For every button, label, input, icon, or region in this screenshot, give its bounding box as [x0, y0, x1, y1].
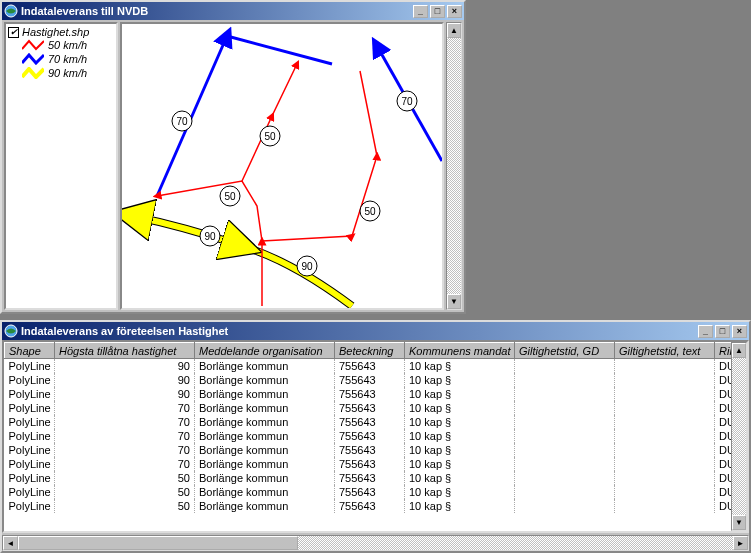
cell-shape: PolyLine — [5, 373, 55, 387]
speed-label: 50 — [360, 201, 380, 221]
cell-rikt: DUBBEL — [715, 443, 732, 457]
table-row[interactable]: PolyLine70Borlänge kommun75564310 kap §D… — [5, 443, 732, 457]
cell-gd — [515, 499, 615, 513]
cell-gt — [615, 373, 715, 387]
map-canvas[interactable]: 70 70 50 50 50 90 90 — [120, 22, 444, 310]
table-row[interactable]: PolyLine50Borlänge kommun75564310 kap §D… — [5, 471, 732, 485]
cell-speed: 50 — [55, 499, 195, 513]
table-row[interactable]: PolyLine90Borlänge kommun75564310 kap §D… — [5, 387, 732, 401]
legend-item-90[interactable]: 90 km/h — [8, 66, 114, 80]
maximize-button[interactable]: □ — [430, 5, 445, 18]
cell-speed: 90 — [55, 359, 195, 373]
speed-label: 70 — [172, 111, 192, 131]
cell-gt — [615, 499, 715, 513]
table-row[interactable]: PolyLine70Borlänge kommun75564310 kap §D… — [5, 415, 732, 429]
cell-rikt: DUBBEL — [715, 415, 732, 429]
cell-org: Borlänge kommun — [195, 471, 335, 485]
cell-gd — [515, 471, 615, 485]
cell-mandat: 10 kap § — [405, 359, 515, 373]
table-row[interactable]: PolyLine90Borlänge kommun75564310 kap §D… — [5, 373, 732, 387]
table-row[interactable]: PolyLine50Borlänge kommun75564310 kap §D… — [5, 485, 732, 499]
col-shape[interactable]: Shape — [5, 343, 55, 359]
scroll-up-button[interactable]: ▲ — [447, 23, 461, 38]
table-titlebar[interactable]: Indataleverans av företeelsen Hastighet … — [2, 322, 749, 340]
cell-rikt: DUBBEL — [715, 485, 732, 499]
cell-mandat: 10 kap § — [405, 485, 515, 499]
cell-org: Borlänge kommun — [195, 401, 335, 415]
cell-bet: 755643 — [335, 401, 405, 415]
legend-panel: ✔ Hastighet.shp 50 km/h 70 km/h 90 km/h — [4, 22, 118, 310]
cell-shape: PolyLine — [5, 471, 55, 485]
scroll-left-button[interactable]: ◄ — [3, 536, 18, 550]
svg-text:70: 70 — [401, 96, 413, 107]
scroll-down-button[interactable]: ▼ — [447, 294, 461, 309]
col-speed[interactable]: Högsta tillåtna hastighet — [55, 343, 195, 359]
cell-gd — [515, 443, 615, 457]
col-riktning[interactable]: Riktning — [715, 343, 732, 359]
layer-checkbox[interactable]: ✔ — [8, 27, 19, 38]
legend-item-50[interactable]: 50 km/h — [8, 38, 114, 52]
legend-layer[interactable]: ✔ Hastighet.shp — [8, 26, 114, 38]
table-row[interactable]: PolyLine70Borlänge kommun75564310 kap §D… — [5, 401, 732, 415]
table-vertical-scrollbar[interactable]: ▲ ▼ — [731, 342, 747, 531]
cell-gd — [515, 415, 615, 429]
cell-rikt: DUBBEL — [715, 499, 732, 513]
cell-org: Borlänge kommun — [195, 373, 335, 387]
scroll-up-button[interactable]: ▲ — [732, 343, 746, 358]
table-row[interactable]: PolyLine70Borlänge kommun75564310 kap §D… — [5, 457, 732, 471]
cell-bet: 755643 — [335, 415, 405, 429]
svg-text:90: 90 — [204, 231, 216, 242]
cell-speed: 70 — [55, 401, 195, 415]
col-beteckning[interactable]: Beteckning — [335, 343, 405, 359]
table-row[interactable]: PolyLine50Borlänge kommun75564310 kap §D… — [5, 499, 732, 513]
map-window: Indataleverans till NVDB _ □ × ✔ Hastigh… — [0, 0, 466, 314]
cell-bet: 755643 — [335, 499, 405, 513]
line-icon — [22, 67, 44, 79]
minimize-button[interactable]: _ — [413, 5, 428, 18]
cell-gd — [515, 401, 615, 415]
cell-gt — [615, 359, 715, 373]
table-header-row: Shape Högsta tillåtna hastighet Meddelan… — [5, 343, 732, 359]
cell-bet: 755643 — [335, 457, 405, 471]
cell-shape: PolyLine — [5, 429, 55, 443]
speed-label: 50 — [220, 186, 240, 206]
close-button[interactable]: × — [732, 325, 747, 338]
app-icon — [4, 4, 18, 18]
cell-gt — [615, 485, 715, 499]
col-gt[interactable]: Giltighetstid, text — [615, 343, 715, 359]
map-vertical-scrollbar[interactable]: ▲ ▼ — [446, 22, 462, 310]
svg-text:90: 90 — [301, 261, 313, 272]
minimize-button[interactable]: _ — [698, 325, 713, 338]
cell-shape: PolyLine — [5, 359, 55, 373]
line-icon — [22, 39, 44, 51]
table-row[interactable]: PolyLine90Borlänge kommun75564310 kap §D… — [5, 359, 732, 373]
table-horizontal-scrollbar[interactable]: ◄ ► — [2, 535, 749, 551]
map-titlebar[interactable]: Indataleverans till NVDB _ □ × — [2, 2, 464, 20]
cell-speed: 90 — [55, 387, 195, 401]
scroll-track[interactable] — [18, 536, 733, 550]
line-icon — [22, 53, 44, 65]
legend-item-70[interactable]: 70 km/h — [8, 52, 114, 66]
scroll-thumb[interactable] — [18, 536, 298, 550]
cell-mandat: 10 kap § — [405, 387, 515, 401]
col-org[interactable]: Meddelande organisation — [195, 343, 335, 359]
cell-mandat: 10 kap § — [405, 373, 515, 387]
cell-org: Borlänge kommun — [195, 415, 335, 429]
scroll-track[interactable] — [732, 358, 746, 515]
map-window-title: Indataleverans till NVDB — [21, 5, 413, 17]
close-button[interactable]: × — [447, 5, 462, 18]
cell-rikt: DUBBEL — [715, 457, 732, 471]
scroll-track[interactable] — [447, 38, 461, 294]
maximize-button[interactable]: □ — [715, 325, 730, 338]
cell-shape: PolyLine — [5, 415, 55, 429]
cell-shape: PolyLine — [5, 499, 55, 513]
scroll-down-button[interactable]: ▼ — [732, 515, 746, 530]
cell-gt — [615, 443, 715, 457]
scroll-right-button[interactable]: ► — [733, 536, 748, 550]
table-row[interactable]: PolyLine70Borlänge kommun75564310 kap §D… — [5, 429, 732, 443]
cell-speed: 70 — [55, 457, 195, 471]
svg-text:70: 70 — [176, 116, 188, 127]
col-gd[interactable]: Giltighetstid, GD — [515, 343, 615, 359]
col-mandat[interactable]: Kommunens mandat — [405, 343, 515, 359]
cell-rikt: DUBBEL — [715, 373, 732, 387]
